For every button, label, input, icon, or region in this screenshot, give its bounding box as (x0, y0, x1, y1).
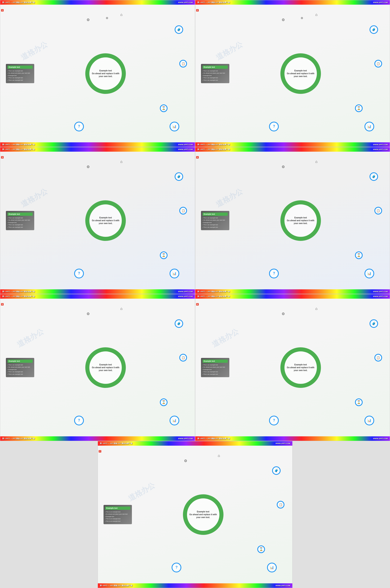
slide-2-layout: 道格办公 Example text • This is an example t… (195, 5, 390, 142)
footer-strip-2: 第一PPTi — PPT模板 PPT素材免费下载 WWW.1PPT.COM (195, 142, 390, 147)
home-icon-s7: ⌂ (215, 451, 223, 460)
textbox-body-3: • This is an example text • Go ahead and… (7, 217, 33, 229)
gear-icon-s2-1: ⚙ (279, 16, 288, 24)
question-circle-1: ? (74, 122, 84, 131)
hourglass-circle-s3: ⌛ (160, 251, 168, 259)
big-circle-text-2: Example text Go ahead and replace it wit… (285, 69, 317, 78)
big-circle-1: Example text Go ahead and replace it wit… (85, 53, 126, 94)
footer-right-3: WWW.1PPT.COM (178, 291, 193, 293)
footer-left-1: 第一PPTi — PPT模板 PPT素材免费下载 (2, 143, 35, 146)
home-icon-s5: ⌂ (117, 304, 126, 313)
gear-icon-2: ⚙ (103, 14, 111, 22)
chart-circle-s4: 📊 (364, 269, 374, 278)
question-circle-s7: ? (172, 563, 181, 572)
home-icon-s4: ⌂ (312, 157, 321, 166)
footer-left-2: 第一PPTi — PPT模板 PPT素材免费下载 (197, 143, 230, 146)
watermark-3: 道格办公 (19, 186, 49, 209)
textbox-title-2: Example text (203, 65, 228, 69)
copy-circle-s5: 📋 (179, 354, 187, 361)
footer-left-5: 第一PPTi — PPT模板 PPT素材免费下载 (2, 437, 35, 440)
footer-strip-3: 第一PPTi — PPT模板 PPT素材免费下载 WWW.1PPT.COM (0, 289, 195, 294)
home-icon-s2: ⌂ (312, 10, 321, 19)
gear-icon-s5: ⚙ (84, 310, 92, 318)
watermark-5: 道格办公 (15, 326, 45, 350)
slides-grid: 第一PPTi — PPT模板 PPT素材免费下载 WWW.1PPT.COM 道格… (0, 0, 390, 588)
textbox-body-4: • This is an example text • Go ahead and… (203, 217, 228, 229)
footer-left-4: 第一PPTi — PPT模板 PPT素材免费下载 (197, 290, 230, 293)
big-circle-text-7: Example text Go ahead and replace it wit… (187, 510, 219, 519)
bag-circle-s6: 🧳 (370, 319, 378, 328)
footer-right-2: WWW.1PPT.COM (373, 144, 388, 146)
header-left-3: 第一PPTi — PPT模板 PPT素材免费下载 (2, 148, 35, 151)
big-circle-4: Example text Go ahead and replace it wit… (280, 200, 321, 241)
slide-5-layout: 道格办公 Example text • This is an example t… (0, 299, 195, 436)
slide-6-content: 道格办公 Example text • This is an example t… (195, 299, 390, 436)
chart-circle-s6: 📊 (364, 416, 374, 425)
header-right-5: WWW.1PPT.COM (178, 295, 193, 297)
footer-right-7: WWW.1PPT.COM (276, 585, 290, 587)
footer-left-3: 第一PPTi — PPT模板 PPT素材免费下载 (2, 290, 35, 293)
textbox-body-5: • This is an example text • Go ahead and… (7, 364, 33, 375)
big-circle-2: Example text Go ahead and replace it wit… (280, 53, 321, 94)
header-strip-5: 第一PPTi — PPT模板 PPT素材免费下载 WWW.1PPT.COM (0, 294, 195, 299)
home-icon-1: ⌂ (117, 10, 126, 19)
slide-1-content: 道格办公 Example text • This is an example t… (0, 5, 195, 142)
gear-icon-s6: ⚙ (279, 310, 288, 318)
question-circle-s2: ? (269, 122, 279, 131)
copy-circle-s6: 📋 (374, 354, 382, 361)
big-circle-7: Example text Go ahead and replace it wit… (183, 494, 223, 535)
header-strip-6: 第一PPTi — PPT模板 PPT素材免费下载 WWW.1PPT.COM (195, 294, 390, 299)
question-circle-s6: ? (269, 416, 279, 425)
footer-strip-5: 第一PPTi — PPT模板 PPT素材免费下载 WWW.1PPT.COM (0, 436, 195, 441)
slide-num-3: 3 (1, 156, 4, 159)
textbox-title-4: Example text (203, 213, 228, 216)
footer-strip-7: 第一PPTi — PPT模板 PPT素材免费下载 WWW.1PPT.COM (98, 583, 292, 588)
header-right-7: WWW.1PPT.COM (276, 442, 290, 444)
slide-5-content: 道格办公 Example text • This is an example t… (0, 299, 195, 436)
gear-icon-s7: ⚙ (181, 457, 190, 465)
textbox-body-2: • This is an example text • Go ahead and… (203, 70, 228, 81)
chart-circle-s3: 📊 (170, 269, 179, 278)
text-box-7: Example text • This is an example text •… (103, 505, 132, 524)
slide-4: 第一PPTi — PPT模板 PPT素材免费下载 WWW.1PPT.COM 道格… (195, 147, 390, 294)
hourglass-circle-s2: ⌛ (355, 104, 363, 112)
header-left-6: 第一PPTi — PPT模板 PPT素材免费下载 (197, 295, 230, 298)
home-icon-s3: ⌂ (117, 157, 126, 166)
question-circle-s5: ? (74, 416, 84, 425)
bag-circle-s4: 🧳 (370, 172, 378, 181)
header-left-7: 第一PPTi — PPT模板 PPT素材免费下载 (100, 442, 133, 445)
slide-num-7: 7 (99, 450, 101, 453)
slide-5: 第一PPTi — PPT模板 PPT素材免费下载 WWW.1PPT.COM 道格… (0, 294, 195, 441)
copy-circle-s7: 📋 (277, 501, 285, 509)
copy-circle-s3: 📋 (179, 207, 187, 215)
textbox-title-5: Example text (7, 359, 33, 363)
copy-circle-s2: 📋 (374, 60, 382, 67)
slide-num-4: 4 (196, 156, 199, 159)
footer-strip-6: 第一PPTi — PPT模板 PPT素材免费下载 WWW.1PPT.COM (195, 436, 390, 441)
text-box-2: Example text • This is an example text •… (201, 64, 229, 83)
header-strip-3: 第一PPTi — PPT模板 PPT素材免费下载 WWW.1PPT.COM (0, 147, 195, 152)
slide-2-content: 道格办公 Example text • This is an example t… (195, 5, 390, 142)
slide-3-content: 道格办公 Example text • This is an example t… (0, 152, 195, 289)
header-right-6: WWW.1PPT.COM (373, 295, 388, 297)
footer-right-1: WWW.1PPT.COM (178, 144, 193, 146)
footer-strip-1: 第一PPTi — PPT模板 PPT素材免费下载 WWW.1PPT.COM (0, 142, 195, 147)
chart-circle-s7: 📊 (267, 563, 277, 572)
header-strip-1: 第一PPTi — PPT模板 PPT素材免费下载 WWW.1PPT.COM (0, 0, 195, 5)
textbox-title-7: Example text (105, 507, 130, 510)
header-left-4: 第一PPTi — PPT模板 PPT素材免费下载 (197, 148, 230, 151)
bag-circle-s5: 🧳 (175, 319, 183, 328)
big-circle-5: Example text Go ahead and replace it wit… (85, 347, 126, 388)
gear-icon-s3-1: ⚙ (84, 163, 92, 171)
slide-1: 第一PPTi — PPT模板 PPT素材免费下载 WWW.1PPT.COM 道格… (0, 0, 195, 147)
textbox-title-1: Example text (7, 65, 33, 69)
hourglass-circle-s6: ⌛ (355, 398, 363, 406)
header-strip-4: 第一PPTi — PPT模板 PPT素材免费下载 WWW.1PPT.COM (195, 147, 390, 152)
header-left-5: 第一PPTi — PPT模板 PPT素材免费下载 (2, 295, 35, 298)
footer-right-6: WWW.1PPT.COM (373, 438, 388, 440)
textbox-title-3: Example text (7, 213, 33, 216)
chart-circle-s5: 📊 (170, 416, 179, 425)
slide-3: 第一PPTi — PPT模板 PPT素材免费下载 WWW.1PPT.COM 道格… (0, 147, 195, 294)
slide-6-layout: 道格办公 Example text • This is an example t… (195, 299, 390, 436)
slide-7-content: 道格办公 Example text • This is an example t… (98, 446, 292, 583)
